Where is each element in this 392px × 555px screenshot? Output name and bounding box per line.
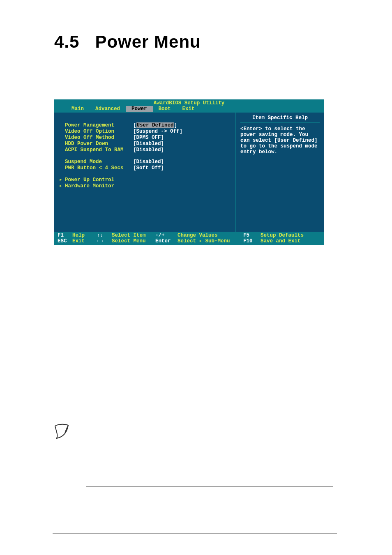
setting-suspend-mode[interactable]: Suspend Mode [Disabled] xyxy=(65,159,232,165)
setting-value: [Suspend -> Off] xyxy=(133,129,182,135)
setting-power-management[interactable]: Power Management [User Defined] xyxy=(65,122,232,129)
setting-label: Video Off Option xyxy=(65,129,133,135)
setting-value: [DPMS OFF] xyxy=(133,135,164,141)
key-label-exit: Exit xyxy=(72,238,97,244)
setting-acpi-suspend[interactable]: ACPI Suspend To RAM [Disabled] xyxy=(65,147,232,153)
note-divider-top xyxy=(86,425,333,425)
key-label-select-item: Select Item xyxy=(112,233,155,238)
bios-window: AwardBIOS Setup Utility Main Advanced Po… xyxy=(54,99,324,245)
key-enter: Enter xyxy=(155,238,178,244)
tab-power[interactable]: Power xyxy=(126,106,153,112)
key-label-save-exit: Save and Exit xyxy=(261,238,301,244)
setting-value: [Disabled] xyxy=(133,159,164,165)
setting-label: Power Management xyxy=(65,122,133,129)
submenu-label: Power Up Control xyxy=(65,177,114,183)
bios-footer: F1 Help ↑↓ Select Item -/+ Change Values… xyxy=(54,232,324,245)
tab-exit[interactable]: Exit xyxy=(177,106,201,112)
bios-body: Power Management [User Defined] Video Of… xyxy=(54,113,324,232)
key-f1: F1 xyxy=(58,233,72,238)
tab-advanced[interactable]: Advanced xyxy=(90,106,126,112)
key-label-select-submenu: Select ▸ Sub-Menu xyxy=(178,238,243,244)
setting-video-off-option[interactable]: Video Off Option [Suspend -> Off] xyxy=(65,129,232,135)
setting-video-off-method[interactable]: Video Off Method [DPMS OFF] xyxy=(65,135,232,141)
help-pane: Item Specific Help <Enter> to select the… xyxy=(235,113,324,232)
bios-title: AwardBIOS Setup Utility xyxy=(54,99,324,106)
submenu-label: Hardware Monitor xyxy=(65,183,114,189)
key-f10: F10 xyxy=(243,238,261,244)
help-body: <Enter> to select the power saving mode.… xyxy=(240,126,320,155)
page-heading: 4.5Power Menu xyxy=(54,32,201,52)
footer-row-2: ESC Exit ←→ Select Menu Enter Select ▸ S… xyxy=(58,238,321,244)
key-label-setup-defaults: Setup Defaults xyxy=(261,233,304,238)
setting-label: Video Off Method xyxy=(65,135,133,141)
key-leftright: ←→ xyxy=(97,238,112,244)
submenu-power-up-control[interactable]: ▸ Power Up Control xyxy=(59,177,232,183)
key-label-help: Help xyxy=(72,233,97,238)
section-number: 4.5 xyxy=(54,32,79,51)
submenu-hardware-monitor[interactable]: ▸ Hardware Monitor xyxy=(59,183,232,189)
key-updown: ↑↓ xyxy=(97,233,112,238)
tab-boot[interactable]: Boot xyxy=(153,106,177,112)
footer-row-1: F1 Help ↑↓ Select Item -/+ Change Values… xyxy=(58,233,321,238)
bios-menu-bar: Main Advanced Power Boot Exit xyxy=(54,106,324,113)
key-label-select-menu: Select Menu xyxy=(112,238,155,244)
key-minus-plus: -/+ xyxy=(155,233,178,238)
note-divider-bottom xyxy=(86,486,333,487)
note-icon xyxy=(52,421,72,442)
triangle-right-icon: ▸ xyxy=(59,177,65,183)
key-f5: F5 xyxy=(243,233,261,238)
setting-label: PWR Button < 4 Secs xyxy=(65,165,133,171)
setting-value: [User Defined] xyxy=(133,122,177,129)
help-title: Item Specific Help xyxy=(240,115,320,123)
setting-value: [Soft Off] xyxy=(133,165,164,171)
key-esc: ESC xyxy=(58,238,72,244)
section-title: Power Menu xyxy=(95,32,201,51)
settings-pane: Power Management [User Defined] Video Of… xyxy=(54,113,235,232)
setting-pwr-button[interactable]: PWR Button < 4 Secs [Soft Off] xyxy=(65,165,232,171)
setting-value: [Disabled] xyxy=(133,147,164,153)
key-label-change-values: Change Values xyxy=(178,233,243,238)
tab-main[interactable]: Main xyxy=(66,106,90,112)
setting-value: [Disabled] xyxy=(133,141,164,147)
setting-label: HDD Power Down xyxy=(65,141,133,147)
setting-label: ACPI Suspend To RAM xyxy=(65,147,133,153)
setting-label: Suspend Mode xyxy=(65,159,133,165)
page-bottom-rule xyxy=(53,533,337,534)
setting-hdd-power-down[interactable]: HDD Power Down [Disabled] xyxy=(65,141,232,147)
triangle-right-icon: ▸ xyxy=(59,183,65,189)
